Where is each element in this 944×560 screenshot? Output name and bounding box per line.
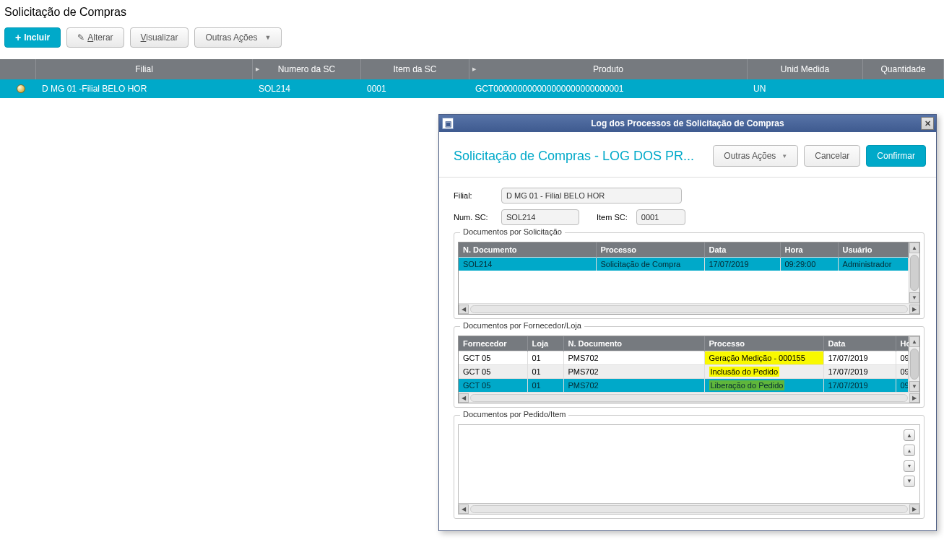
g2-cell: GCT 05 <box>459 379 527 393</box>
group2-title: Documentos por Fornecedor/Loja <box>460 321 584 330</box>
g2-cell-highlight: Geração Medição - 000155 <box>704 351 823 365</box>
g2-th-hora[interactable]: Hora <box>896 336 909 351</box>
modal-heading: Solicitação de Compras - LOG DOS PR... <box>454 149 694 164</box>
log-modal: ▣ Log dos Processos de Solicitação de Co… <box>438 114 937 531</box>
scroll-thumb[interactable] <box>910 349 919 380</box>
grid-row[interactable]: D MG 01 -Filial BELO HOR SOL214 0001 GCT… <box>0 79 944 98</box>
include-button[interactable]: + Incluir <box>4 27 61 48</box>
scroll-track[interactable] <box>470 505 908 513</box>
scroll-down-icon[interactable]: ▼ <box>909 292 919 303</box>
group-doc-pedido: Documentos por Pedido/Item ▲ ▴ ▾ ▼ ◀ ▶ <box>454 415 924 519</box>
other-actions-button[interactable]: Outras Ações ▼ <box>194 27 282 48</box>
g2-cell: 09:47 <box>896 379 909 393</box>
plus-icon: + <box>15 32 21 43</box>
g1-cell: Solicitação de Compra <box>596 258 704 271</box>
row-marker-icon <box>17 84 25 93</box>
table-row[interactable]: GCT 05 01 PMS702 Geração Medição - 00015… <box>459 351 909 365</box>
scroll-thumb[interactable] <box>910 255 919 291</box>
view-button[interactable]: Visualizar <box>130 27 189 48</box>
row-numero: SOL214 <box>253 84 361 94</box>
g2-cell: PMS702 <box>563 365 704 379</box>
g2-th-forn[interactable]: Fornecedor <box>459 336 527 351</box>
scroll-down-icon[interactable]: ▼ <box>909 381 919 392</box>
g1-th-proc[interactable]: Processo <box>596 242 704 258</box>
g2-cell: 01 <box>527 379 563 393</box>
g1-th-hora[interactable]: Hora <box>780 242 838 258</box>
scroll-track[interactable] <box>470 305 908 313</box>
scroll-left-icon[interactable]: ◀ <box>459 305 469 314</box>
modal-other-actions-button[interactable]: Outras Ações ▼ <box>713 145 798 167</box>
scroll-bottom-icon[interactable]: ▼ <box>904 476 915 487</box>
view-label: Visualizar <box>141 32 178 43</box>
main-toolbar: + Incluir ✎ Alterar Visualizar Outras Aç… <box>0 27 944 59</box>
group-doc-solicitacao: Documentos por Solicitação N. Documento … <box>454 232 924 319</box>
g3-hscroll[interactable]: ◀ ▶ <box>458 504 920 515</box>
alter-label: Alterar <box>87 32 113 43</box>
cancel-button[interactable]: Cancelar <box>804 145 860 167</box>
g2-th-data[interactable]: Data <box>823 336 896 351</box>
g2-cell: GCT 05 <box>459 365 527 379</box>
g2-hscroll[interactable]: ◀ ▶ <box>459 392 919 403</box>
field-itemsc: 0001 <box>636 209 685 225</box>
chevron-down-icon: ▼ <box>264 34 271 41</box>
row-item: 0001 <box>361 84 469 94</box>
grid-header-filial[interactable]: Filial <box>36 59 253 79</box>
alter-button[interactable]: ✎ Alterar <box>66 27 124 48</box>
group3-title: Documentos por Pedido/Item <box>460 410 568 419</box>
g2-vscroll[interactable]: ▲ ▼ <box>909 336 919 392</box>
g2-cell-highlight: Inclusão do Pedido <box>704 365 823 379</box>
grid-header-unid[interactable]: Unid Medida <box>748 59 863 79</box>
row-produto: GCT000000000000000000000000001 <box>469 84 748 94</box>
scroll-down-icon[interactable]: ▾ <box>904 460 915 472</box>
modal-window-title: Log dos Processos de Solicitação de Comp… <box>591 118 784 128</box>
g2-th-ndoc[interactable]: N. Documento <box>563 336 704 351</box>
modal-body: Filial: D MG 01 - Filial BELO HOR Num. S… <box>439 178 936 530</box>
close-icon[interactable]: ✕ <box>921 117 934 130</box>
g1-hscroll[interactable]: ◀ ▶ <box>459 303 919 314</box>
page-title: Solicitação de Compras <box>0 0 944 27</box>
table-doc-solicitacao: N. Documento Processo Data Hora Usuário … <box>459 242 909 271</box>
g1-th-user[interactable]: Usuário <box>838 242 909 258</box>
modal-titlebar[interactable]: ▣ Log dos Processos de Solicitação de Co… <box>439 115 936 132</box>
label-filial: Filial: <box>454 191 493 200</box>
table-row[interactable]: GCT 05 01 PMS702 Liberação do Pedido 17/… <box>459 379 909 393</box>
g1-vscroll[interactable]: ▲ ▼ <box>909 242 919 303</box>
scroll-track[interactable] <box>470 394 908 402</box>
grid-header-produto[interactable]: Produto <box>469 59 748 79</box>
scroll-top-icon[interactable]: ▲ <box>904 429 915 441</box>
group-doc-fornecedor: Documentos por Fornecedor/Loja Fornecedo… <box>454 326 924 408</box>
label-numsc: Num. SC: <box>454 213 493 222</box>
grid-header: Filial Numero da SC Item da SC Produto U… <box>0 59 944 79</box>
row-marker-cell <box>0 84 36 93</box>
scroll-up-icon[interactable]: ▲ <box>909 242 919 253</box>
table-doc-fornecedor: Fornecedor Loja N. Documento Processo Da… <box>459 336 909 392</box>
g1-cell: Administrador <box>838 258 909 271</box>
g1-th-data[interactable]: Data <box>704 242 780 258</box>
row-filial: D MG 01 -Filial BELO HOR <box>36 84 253 94</box>
grid-header-numero[interactable]: Numero da SC <box>253 59 361 79</box>
g2-cell: 01 <box>527 365 563 379</box>
g1-cell: SOL214 <box>459 258 596 271</box>
grid-header-qtd[interactable]: Quantidade <box>863 59 944 79</box>
g2-cell: GCT 05 <box>459 351 527 365</box>
scroll-right-icon[interactable]: ▶ <box>909 393 919 403</box>
scroll-up-icon[interactable]: ▴ <box>904 445 915 456</box>
g1-cell: 17/07/2019 <box>704 258 780 271</box>
confirm-button[interactable]: Confirmar <box>866 145 926 167</box>
scroll-left-icon[interactable]: ◀ <box>459 393 469 403</box>
g2-cell: PMS702 <box>563 351 704 365</box>
g2-cell: 09:47 <box>896 351 909 365</box>
scroll-right-icon[interactable]: ▶ <box>909 305 919 314</box>
grid-header-marker <box>0 59 36 79</box>
row-unid: UN <box>748 84 863 94</box>
grid-header-item[interactable]: Item da SC <box>361 59 469 79</box>
table-row[interactable]: GCT 05 01 PMS702 Inclusão do Pedido 17/0… <box>459 365 909 379</box>
g2-th-loja[interactable]: Loja <box>527 336 563 351</box>
scroll-left-icon[interactable]: ◀ <box>459 504 469 514</box>
g2-th-proc[interactable]: Processo <box>704 336 823 351</box>
scroll-up-icon[interactable]: ▲ <box>909 336 919 347</box>
scroll-right-icon[interactable]: ▶ <box>909 504 919 514</box>
table-row[interactable]: SOL214 Solicitação de Compra 17/07/2019 … <box>459 258 909 271</box>
g1-th-ndoc[interactable]: N. Documento <box>459 242 596 258</box>
group1-title: Documentos por Solicitação <box>460 227 565 236</box>
